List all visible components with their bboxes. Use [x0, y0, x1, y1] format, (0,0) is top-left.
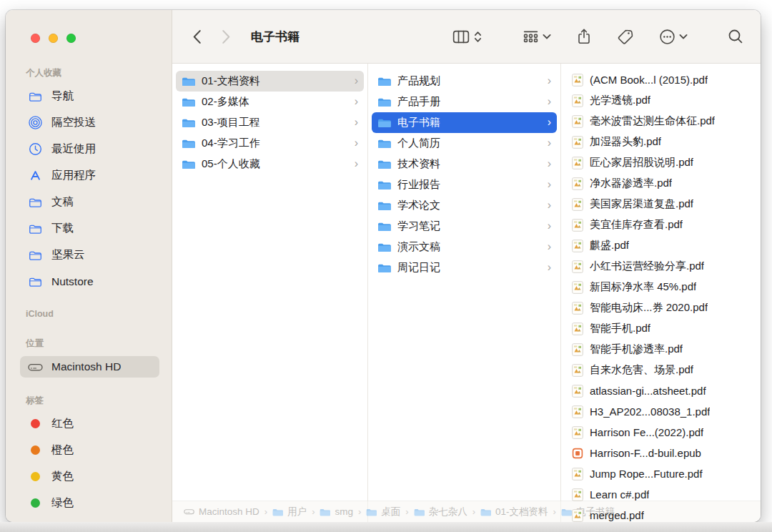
file-row[interactable]: 匠心家居招股说明.pdf	[561, 152, 761, 173]
desktop-strip	[0, 522, 772, 532]
main-area: 电子书籍 01-文档资料›02-多媒体›03	[172, 10, 761, 522]
folder-row[interactable]: 05-个人收藏›	[176, 154, 364, 174]
folder-row[interactable]: 周记日记›	[372, 257, 557, 278]
file-row[interactable]: 智能手机.pdf	[561, 318, 761, 339]
folder-icon	[377, 159, 391, 169]
file-row[interactable]: 小红书运营经验分享.pdf	[561, 256, 761, 277]
file-row[interactable]: Harrison Fe...(2022).pdf	[561, 422, 761, 443]
folder-row[interactable]: 01-文档资料›	[176, 71, 364, 92]
folder-row[interactable]: 技术资料›	[372, 154, 557, 174]
sidebar-item[interactable]: 坚果云	[20, 242, 159, 268]
path-item[interactable]: 01-文档资料	[480, 506, 548, 518]
pdf-file-icon	[571, 426, 583, 439]
file-name: 毫米波雷达测生命体征.pdf	[590, 114, 715, 128]
file-row[interactable]: (ACM Book...l (2015).pdf	[561, 69, 761, 90]
view-mode-button[interactable]	[452, 30, 482, 44]
sidebar-item-label: 黄色	[51, 469, 74, 484]
tag-button[interactable]	[617, 29, 633, 45]
file-name: 美宜佳库存查看.pdf	[590, 218, 683, 232]
sidebar-item[interactable]: 最近使用	[20, 136, 159, 162]
folder-name: 学习笔记	[397, 220, 440, 233]
sidebar-item[interactable]: 应用程序	[20, 162, 159, 189]
path-item[interactable]: 桌面	[366, 506, 400, 518]
file-row[interactable]: Learn c#.pdf	[561, 484, 761, 505]
folder-icon	[377, 76, 391, 87]
file-row[interactable]: 光学透镜.pdf	[561, 90, 761, 111]
group-button[interactable]	[523, 30, 551, 44]
sidebar-item[interactable]: 红色	[20, 410, 159, 437]
file-name: 小红书运营经验分享.pdf	[590, 260, 704, 273]
folder-row[interactable]: 演示文稿›	[372, 237, 557, 257]
zoom-window-button[interactable]	[66, 34, 76, 43]
path-item[interactable]: Macintosh HD	[184, 506, 259, 517]
file-row[interactable]: 智能电动床...券 2020.pdf	[561, 297, 761, 318]
file-row[interactable]: atlassian-gi...atsheet.pdf	[561, 380, 761, 401]
chevron-right-icon: ›	[548, 117, 551, 128]
file-row[interactable]: 加湿器头豹.pdf	[561, 132, 761, 152]
folder-icon	[272, 508, 283, 516]
folder-name: 个人简历	[397, 137, 440, 150]
column-view-icon	[452, 30, 470, 44]
pdf-file-icon	[571, 94, 583, 107]
file-row[interactable]: 麒盛.pdf	[561, 235, 761, 256]
file-row[interactable]: merged.pdf	[561, 505, 761, 522]
file-row[interactable]: 美国家居渠道复盘.pdf	[561, 194, 761, 215]
sidebar-item-label: Nutstore	[51, 275, 94, 288]
file-row[interactable]: 毫米波雷达测生命体征.pdf	[561, 111, 761, 132]
share-button[interactable]	[577, 28, 591, 45]
file-name: merged.pdf	[590, 509, 644, 521]
chevron-right-icon: ›	[548, 220, 551, 232]
folder-row[interactable]: 学术论文›	[372, 195, 557, 216]
airdrop-icon	[27, 116, 43, 129]
file-row[interactable]: 智能手机渗透率.pdf	[561, 339, 761, 360]
file-row[interactable]: 美宜佳库存查看.pdf	[561, 215, 761, 235]
sidebar-item[interactable]: Macintosh HD	[20, 356, 159, 378]
folder-outline-icon	[27, 250, 43, 261]
sidebar-item[interactable]: 下载	[20, 215, 159, 242]
sidebar-item[interactable]: 绿色	[20, 490, 159, 516]
folder-row[interactable]: 个人简历›	[372, 133, 557, 154]
sidebar-item-label: 红色	[51, 416, 74, 431]
close-window-button[interactable]	[31, 34, 40, 43]
search-button[interactable]	[728, 29, 743, 44]
folder-row[interactable]: 产品规划›	[372, 71, 557, 92]
file-row[interactable]: 新国标净水率 45%.pdf	[561, 277, 761, 297]
sidebar-item[interactable]: 文稿	[20, 189, 159, 215]
path-item[interactable]: smg	[320, 506, 353, 517]
path-item[interactable]: 用户	[272, 506, 307, 518]
file-row[interactable]: Jump Rope...Future.pdf	[561, 463, 761, 484]
pdf-file-icon	[571, 219, 583, 232]
file-row[interactable]: 自来水危害、场景.pdf	[561, 360, 761, 380]
folder-name: 产品手册	[397, 95, 440, 109]
sidebar-item[interactable]: 导航	[20, 83, 159, 109]
folder-name: 周记日记	[397, 261, 440, 275]
folder-row[interactable]: 04-学习工作›	[176, 133, 364, 154]
file-row[interactable]: Harrison-F...d-buil.epub	[561, 443, 761, 463]
window-title: 电子书籍	[251, 29, 300, 45]
sidebar-item-label: 绿色	[51, 496, 74, 511]
folder-row[interactable]: 学习笔记›	[372, 216, 557, 237]
folder-name: 学术论文	[397, 199, 440, 212]
path-separator: ›	[312, 506, 315, 517]
forward-button[interactable]	[222, 29, 231, 44]
sidebar-item[interactable]: 隔空投送	[20, 109, 159, 136]
tag-dot-icon	[27, 498, 43, 508]
file-name: Harrison-F...d-buil.epub	[590, 447, 701, 459]
more-actions-button[interactable]	[659, 29, 688, 45]
folder-icon	[377, 242, 391, 252]
path-separator: ›	[405, 506, 408, 517]
folder-row[interactable]: 行业报告›	[372, 174, 557, 195]
minimize-window-button[interactable]	[49, 34, 58, 43]
folder-row[interactable]: 03-项目工程›	[176, 112, 364, 133]
file-row[interactable]: H3_AP202...08038_1.pdf	[561, 401, 761, 422]
path-item[interactable]: 杂七杂八	[414, 506, 467, 518]
folder-row[interactable]: 产品手册›	[372, 92, 557, 112]
sidebar-item[interactable]: 橙色	[20, 437, 159, 463]
sidebar-item[interactable]: Nutstore	[20, 268, 159, 295]
folder-row[interactable]: 02-多媒体›	[176, 92, 364, 112]
folder-row[interactable]: 电子书籍›	[372, 112, 557, 133]
file-name: (ACM Book...l (2015).pdf	[590, 74, 708, 86]
file-row[interactable]: 净水器渗透率.pdf	[561, 173, 761, 194]
sidebar-item[interactable]: 黄色	[20, 463, 159, 490]
back-button[interactable]	[192, 29, 202, 44]
